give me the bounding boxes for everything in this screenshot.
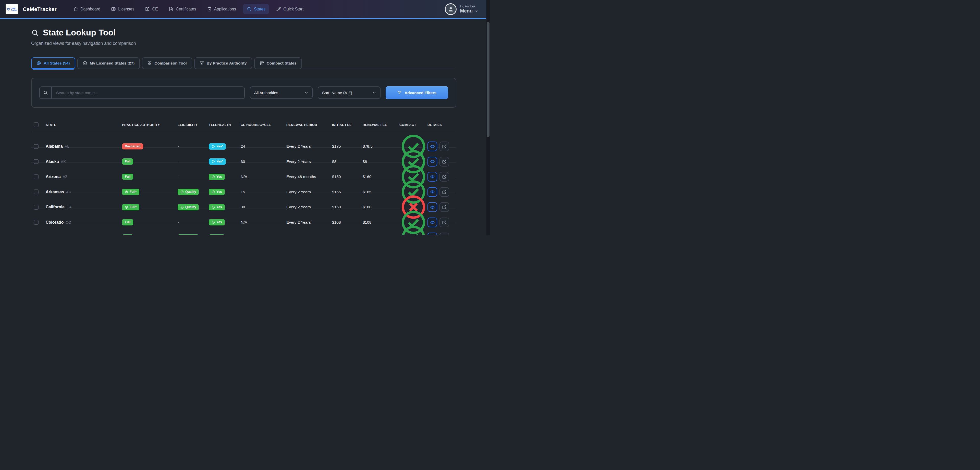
row-checkbox[interactable] (34, 189, 38, 194)
tab-comparison-tool[interactable]: Comparison Tool (142, 57, 192, 69)
tab-all-states-54-[interactable]: All States (54) (31, 57, 75, 69)
funnel-icon (397, 91, 402, 95)
table-row-california: CaliforniaCAFull*QualifyYes30Every 2 Yea… (31, 193, 456, 208)
tab-my-licensed-states-27-[interactable]: My Licensed States (27) (77, 57, 140, 69)
tab-compact-states[interactable]: Compact States (254, 57, 302, 69)
tab-label: My Licensed States (27) (90, 61, 135, 65)
nav-item-certificates[interactable]: Certificates (165, 4, 200, 14)
telehealth-cell: Yes (209, 219, 241, 225)
avatar[interactable] (445, 3, 457, 15)
state-abbr: CA (67, 205, 72, 209)
nav-item-states[interactable]: States (243, 4, 269, 14)
initial-fee-cell: $150 (332, 175, 363, 179)
column-header-eligibility: ELIGIBILITY (178, 123, 209, 127)
row-checkbox[interactable] (34, 144, 38, 149)
renewal-fee-cell: $160 (363, 175, 399, 179)
nav-item-licenses[interactable]: Licenses (107, 4, 138, 14)
external-link-icon (442, 175, 447, 179)
ce-hours-cell: 24 (241, 144, 286, 149)
sort-select[interactable]: Sort: Name (A-Z) (318, 86, 380, 99)
row-checkbox[interactable] (34, 175, 38, 179)
nav-item-label: Applications (214, 7, 236, 11)
eye-icon (430, 220, 435, 225)
check-circle-icon (212, 175, 215, 178)
telehealth-badge: Yes (209, 174, 225, 180)
view-details-button[interactable] (428, 233, 437, 235)
nav-item-applications[interactable]: Applications (203, 4, 240, 14)
row-checkbox[interactable] (34, 159, 38, 164)
select-all-checkbox[interactable] (34, 122, 38, 127)
column-header-renewal-period: RENEWAL PERIOD (286, 123, 332, 127)
row-checkbox[interactable] (34, 205, 38, 210)
eligibility-badge-label: Qualify (185, 190, 196, 194)
renewal-period-cell: Every 2 Years (286, 190, 332, 194)
eye-icon (430, 189, 435, 194)
eligibility-badge-label: Qualify (185, 206, 196, 209)
renewal-fee-cell: $108 (363, 220, 399, 225)
check-circle-icon (212, 206, 215, 209)
open-external-button[interactable] (439, 187, 449, 197)
search-icon (247, 6, 251, 11)
authority-select-value: All Authorities (254, 91, 278, 95)
nav-item-quick-start[interactable]: Quick Start (272, 4, 307, 14)
column-header-details: DETAILS (428, 123, 456, 127)
telehealth-cell: Yes* (209, 158, 241, 165)
nav-item-ce[interactable]: CE (141, 4, 162, 14)
brand-title: CeMeTracker (23, 6, 57, 12)
telehealth-badge-label: Yes (216, 175, 222, 178)
column-header-ce-hours-cycle: CE HOURS/CYCLE (241, 123, 286, 127)
view-details-button[interactable] (428, 187, 437, 197)
row-checkbox[interactable] (34, 220, 38, 225)
info-circle-icon (212, 160, 215, 163)
table-header-row: STATEPRACTICE AUTHORITYELIGIBILITYTELEHE… (31, 118, 456, 132)
practice-authority-badge: Restricted (122, 143, 143, 150)
renewal-period-cell: Every 48 months (286, 175, 332, 179)
external-link-icon (442, 220, 447, 225)
state-search-input[interactable] (52, 87, 244, 98)
practice-authority-badge-label: Full (125, 160, 130, 163)
renewal-fee-cell: $8 (363, 159, 399, 164)
funnel-icon (200, 61, 204, 65)
open-external-button[interactable] (439, 141, 449, 151)
practice-authority-badge: Full (122, 234, 133, 235)
telehealth-badge: Yes (209, 219, 225, 225)
nav-item-dashboard[interactable]: Dashboard (69, 4, 104, 14)
view-details-button[interactable] (428, 218, 437, 227)
advanced-filters-button[interactable]: Advanced Filters (386, 86, 448, 99)
scrollbar-thumb[interactable] (487, 22, 490, 137)
row-checkbox-cell (31, 205, 46, 210)
user-menu-button[interactable]: Menu (460, 8, 478, 14)
view-details-button[interactable] (428, 141, 437, 151)
open-external-button[interactable] (439, 202, 449, 212)
rocket-icon (276, 6, 281, 11)
state-name: Alaska (46, 159, 59, 164)
telehealth-cell: Yes (209, 234, 241, 235)
view-details-button[interactable] (428, 172, 437, 181)
tab-by-practice-authority[interactable]: By Practice Authority (194, 57, 252, 69)
user-greeting: Hi, Andrea (460, 4, 478, 8)
open-external-button[interactable] (439, 172, 449, 181)
open-external-button[interactable] (439, 218, 449, 227)
certificate-icon (169, 6, 173, 11)
state-cell: CaliforniaCA (46, 205, 122, 210)
compact-check-icon (399, 223, 428, 235)
eligibility-cell: Qualify (178, 204, 209, 210)
table-row-connecticut: ConnecticutCTFullQualifyYes50Every 2 Yea… (31, 223, 456, 235)
state-cell: ColoradoCO (46, 220, 122, 225)
search-icon (31, 29, 39, 37)
sort-select-value: Sort: Name (A-Z) (322, 91, 352, 95)
open-external-button[interactable] (439, 157, 449, 167)
chevron-down-icon (474, 9, 478, 13)
eligibility-cell: - (178, 175, 209, 179)
view-details-button[interactable] (428, 157, 437, 167)
row-checkbox-cell (31, 159, 46, 164)
view-details-button[interactable] (428, 202, 437, 212)
table-body: AlabamaALRestricted-Yes*24Every 2 Years$… (31, 132, 456, 235)
authority-select[interactable]: All Authorities (250, 86, 313, 99)
eligibility-cell: - (178, 159, 209, 164)
eligibility-dash: - (178, 144, 179, 148)
open-external-button[interactable] (439, 233, 449, 235)
page-title: State Lookup Tool (31, 28, 456, 38)
telehealth-cell: Yes* (209, 143, 241, 150)
state-cell: AlabamaAL (46, 144, 122, 149)
